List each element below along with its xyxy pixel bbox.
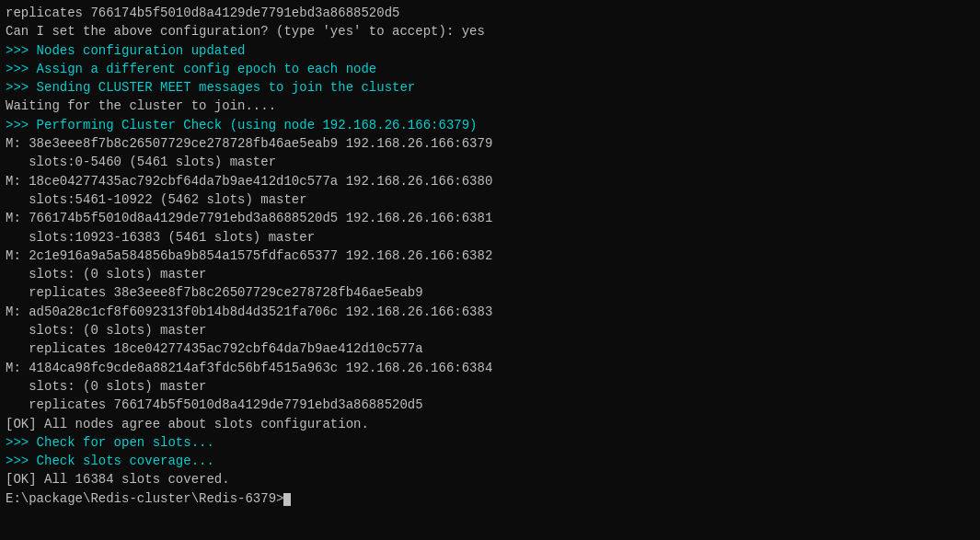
terminal-line: replicates 766174b5f5010d8a4129de7791ebd…	[6, 396, 974, 414]
terminal-line: >>> Performing Cluster Check (using node…	[6, 116, 974, 134]
terminal-line: slots: (0 slots) master	[6, 321, 974, 339]
terminal-line: M: ad50a28c1cf8f6092313f0b14b8d4d3521fa7…	[6, 303, 974, 321]
terminal-line: slots:5461-10922 (5462 slots) master	[6, 190, 974, 209]
terminal-line: Can I set the above configuration? (type…	[6, 22, 974, 40]
terminal-cursor	[283, 493, 291, 506]
terminal-line: M: 38e3eee8f7b8c26507729ce278728fb46ae5e…	[6, 134, 974, 153]
terminal-line: slots: (0 slots) master	[6, 265, 974, 283]
terminal-line: M: 2c1e916a9a5a584856ba9b854a1575fdfac65…	[6, 247, 974, 265]
terminal-line: >>> Sending CLUSTER MEET messages to joi…	[6, 78, 974, 97]
terminal-line: slots:10923-16383 (5461 slots) master	[6, 228, 974, 247]
terminal-line: slots: (0 slots) master	[6, 377, 974, 396]
terminal-line: E:\package\Redis-cluster\Redis-6379>	[6, 489, 974, 508]
terminal-line: >>> Assign a different config epoch to e…	[6, 60, 974, 78]
terminal-line: M: 766174b5f5010d8a4129de7791ebd3a868852…	[6, 209, 974, 227]
terminal-line: >>> Check for open slots...	[6, 433, 974, 452]
terminal-line: replicates 18ce04277435ac792cbf64da7b9ae…	[6, 339, 974, 358]
terminal-line: replicates 38e3eee8f7b8c26507729ce278728…	[6, 283, 974, 302]
terminal-line: >>> Check slots coverage...	[6, 452, 974, 470]
terminal-line: Waiting for the cluster to join....	[6, 97, 974, 115]
terminal-window[interactable]: replicates 766174b5f5010d8a4129de7791ebd…	[0, 0, 980, 540]
terminal-line: [OK] All 16384 slots covered.	[6, 470, 974, 488]
terminal-line: replicates 766174b5f5010d8a4129de7791ebd…	[6, 4, 974, 22]
terminal-line: M: 18ce04277435ac792cbf64da7b9ae412d10c5…	[6, 172, 974, 190]
terminal-line: slots:0-5460 (5461 slots) master	[6, 153, 974, 171]
terminal-line: [OK] All nodes agree about slots configu…	[6, 415, 974, 433]
terminal-line: >>> Nodes configuration updated	[6, 41, 974, 60]
terminal-line: M: 4184ca98fc9cde8a88214af3fdc56bf4515a9…	[6, 359, 974, 377]
